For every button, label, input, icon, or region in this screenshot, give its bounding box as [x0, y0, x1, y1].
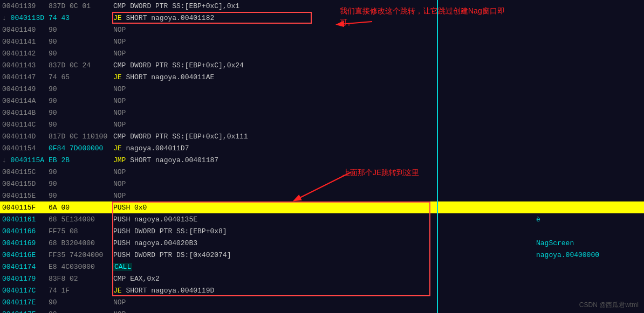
- disasm-cell: JE nagoya.004011D7: [113, 144, 536, 152]
- comment-cell: è: [536, 215, 644, 224]
- table-row: 0040116168 5E134000PUSH nagoya.0040135Eè: [0, 213, 644, 225]
- disasm-cell: PUSH DWORD PTR SS:[EBP+0x8]: [113, 227, 536, 235]
- bytes-cell: 90: [49, 180, 113, 188]
- disasm-cell: JE SHORT nagoya.0040119D: [113, 287, 536, 295]
- address-cell: 0040114B: [0, 109, 49, 117]
- bytes-cell: 90: [49, 50, 113, 58]
- address-cell: 00401161: [0, 215, 49, 224]
- address-cell: 0040115E: [0, 192, 49, 200]
- bytes-cell: 90: [49, 26, 113, 34]
- address-cell: 0040115D: [0, 180, 49, 188]
- bytes-cell: 90: [49, 38, 113, 46]
- bytes-cell: EB 2B: [49, 156, 113, 164]
- disasm-cell: JMP SHORT nagoya.00401187: [113, 156, 536, 164]
- address-cell: 00401139: [0, 2, 49, 10]
- bytes-cell: 90: [49, 85, 113, 93]
- address-cell: 0040117F: [0, 310, 49, 314]
- disasm-cell: PUSH nagoya.0040135E: [113, 215, 536, 224]
- bytes-cell: 68 5E134000: [49, 215, 113, 224]
- table-row: 0040114090NOP: [0, 24, 644, 36]
- address-cell: 00401179: [0, 275, 49, 283]
- comment-cell: nagoya.00400000: [536, 251, 644, 259]
- bytes-cell: 6A 00: [49, 204, 113, 212]
- disasm-cell: NOP: [113, 85, 536, 93]
- watermark: CSDN @西瓜君wtml: [579, 301, 639, 310]
- disasm-cell: CMP EAX,0x2: [113, 275, 536, 283]
- bytes-cell: E8 4C030000: [49, 263, 113, 271]
- disasm-cell: JE SHORT nagoya.004011AE: [113, 73, 536, 81]
- disasm-cell: PUSH nagoya.004020B3: [113, 239, 536, 247]
- table-row: 0040117983F8 02CMP EAX,0x2: [0, 273, 644, 284]
- address-cell: 0040117E: [0, 298, 49, 307]
- table-row: ↓ 0040113D74 43JE SHORT nagoya.00401182: [0, 12, 644, 24]
- address-cell: 00401141: [0, 38, 49, 46]
- table-row: 0040114D817D 0C 110100CMP DWORD PTR SS:[…: [0, 130, 644, 142]
- table-row: 00401174E8 4C030000CALL: [0, 261, 644, 273]
- table-row: 0040114B90NOP: [0, 107, 644, 119]
- address-cell: 0040117C: [0, 287, 49, 295]
- table-row: 0040116968 B3204000PUSH nagoya.004020B3N…: [0, 237, 644, 249]
- table-row: 00401143837D 0C 24CMP DWORD PTR SS:[EBP+…: [0, 59, 644, 71]
- table-row: 0040114774 65JE SHORT nagoya.004011AE: [0, 71, 644, 83]
- address-cell: 0040114D: [0, 133, 49, 141]
- bytes-cell: 90: [49, 168, 113, 176]
- table-row: 0040115F6A 00PUSH 0x0: [0, 201, 644, 213]
- bytes-cell: 817D 0C 110100: [49, 133, 113, 141]
- bytes-cell: FF35 74204000: [49, 251, 113, 259]
- bytes-cell: 90: [49, 109, 113, 117]
- disasm-cell: NOP: [113, 121, 536, 129]
- disasm-cell: CMP DWORD PTR SS:[EBP+0xC],0x24: [113, 61, 536, 69]
- disasm-cell: CMP DWORD PTR SS:[EBP+0xC],0x1: [113, 2, 536, 10]
- table-row: 0040115D90NOP: [0, 178, 644, 190]
- bytes-cell: 837D 0C 01: [49, 2, 113, 10]
- disasm-cell: NOP: [113, 26, 536, 34]
- address-cell: 00401142: [0, 50, 49, 58]
- address-cell: 00401169: [0, 239, 49, 247]
- table-row: 0040114C90NOP: [0, 119, 644, 130]
- disasm-cell: JE SHORT nagoya.00401182: [113, 14, 536, 22]
- address-cell: 00401154: [0, 144, 49, 152]
- address-cell: ↓ 0040113D: [0, 14, 49, 22]
- bytes-cell: 90: [49, 298, 113, 307]
- address-cell: 00401149: [0, 85, 49, 93]
- table-row: 0040116EFF35 74204000PUSH DWORD PTR DS:[…: [0, 249, 644, 261]
- table-row: 0040117F90NOP: [0, 308, 644, 313]
- table-row: 00401139837D 0C 01CMP DWORD PTR SS:[EBP+…: [0, 0, 644, 12]
- address-cell: 00401147: [0, 73, 49, 81]
- bytes-cell: 90: [49, 121, 113, 129]
- bytes-cell: 837D 0C 24: [49, 61, 113, 69]
- bytes-cell: 68 B3204000: [49, 239, 113, 247]
- table-row: ↓ 0040115AEB 2BJMP SHORT nagoya.00401187: [0, 154, 644, 166]
- table-row: 0040115C90NOP: [0, 166, 644, 178]
- table-row: 00401166FF75 08PUSH DWORD PTR SS:[EBP+0x…: [0, 225, 644, 237]
- bytes-cell: 90: [49, 97, 113, 105]
- disasm-cell: CMP DWORD PTR SS:[EBP+0xC],0x111: [113, 133, 536, 141]
- bytes-cell: FF75 08: [49, 227, 113, 235]
- bytes-cell: 74 43: [49, 14, 113, 22]
- address-cell: 0040114C: [0, 121, 49, 129]
- bytes-cell: 83F8 02: [49, 275, 113, 283]
- table-row: 0040117C74 1FJE SHORT nagoya.0040119D: [0, 284, 644, 296]
- disasm-cell: NOP: [113, 180, 536, 188]
- table-row: 0040114A90NOP: [0, 95, 644, 107]
- disasm-cell: NOP: [113, 310, 536, 314]
- bytes-cell: 90: [49, 192, 113, 200]
- table-row: 0040117E90NOP: [0, 296, 644, 308]
- address-cell: 00401143: [0, 61, 49, 69]
- table-row: 0040114990NOP: [0, 83, 644, 95]
- address-cell: 00401174: [0, 263, 49, 271]
- address-cell: 0040114A: [0, 97, 49, 105]
- address-cell: 0040116E: [0, 251, 49, 259]
- disasm-cell: PUSH DWORD PTR DS:[0x402074]: [113, 251, 536, 259]
- address-cell: 00401166: [0, 227, 49, 235]
- bytes-cell: 90: [49, 310, 113, 314]
- disasm-cell: NOP: [113, 38, 536, 46]
- bytes-cell: 74 65: [49, 73, 113, 81]
- disasm-cell: NOP: [113, 298, 536, 307]
- table-row: 004011540F84 7D000000JE nagoya.004011D7: [0, 142, 644, 154]
- bytes-cell: 74 1F: [49, 287, 113, 295]
- disasm-cell: PUSH 0x0: [113, 204, 536, 212]
- disasm-cell: CALL: [113, 263, 536, 271]
- address-cell: 0040115C: [0, 168, 49, 176]
- disasm-cell: NOP: [113, 50, 536, 58]
